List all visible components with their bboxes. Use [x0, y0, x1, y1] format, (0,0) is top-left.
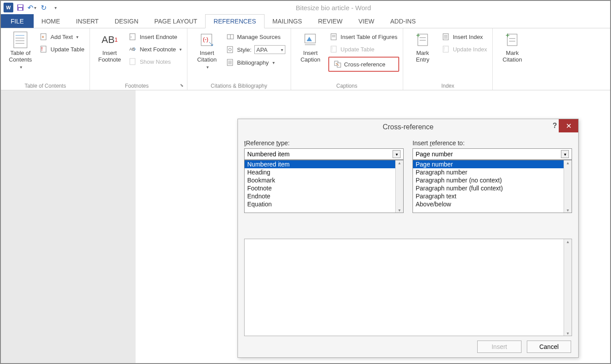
dialog-close-button[interactable]: ✕	[559, 119, 578, 132]
list-item[interactable]: Equation	[245, 200, 395, 208]
update-table-button[interactable]: ! Update Table	[38, 44, 86, 54]
insert-citation-button[interactable]: (-) Insert Citation▾	[191, 30, 223, 82]
group-label-toa	[496, 88, 528, 89]
dialog-title-text: Cross-reference	[383, 123, 434, 131]
tab-references[interactable]: REFERENCES	[205, 14, 265, 28]
group-label-citations: Citations & Bibliography	[191, 82, 287, 89]
insert-caption-label: Insert Caption	[300, 50, 320, 63]
insert-caption-button[interactable]: Insert Caption	[295, 30, 327, 82]
document-area: Cross-reference ? ✕ tReference type: Num…	[1, 90, 610, 364]
insert-footnote-icon: AB1	[101, 32, 117, 48]
list-item[interactable]: Paragraph number	[413, 168, 564, 176]
insert-index-icon	[442, 33, 450, 41]
mark-citation-icon: +	[504, 32, 520, 48]
word-app-icon[interactable]: W	[4, 3, 13, 12]
mark-citation-label: Mark Citation	[502, 50, 522, 63]
tab-addins[interactable]: ADD-INS	[382, 14, 424, 28]
chevron-down-icon: ▾	[561, 150, 569, 158]
insert-caption-icon	[303, 32, 319, 48]
chevron-down-icon: ▾	[393, 150, 401, 158]
insert-table-of-figures-button[interactable]: Insert Table of Figures	[328, 32, 399, 42]
tab-view[interactable]: VIEW	[350, 14, 382, 28]
insert-index-button[interactable]: Insert Index	[440, 32, 489, 42]
mark-entry-label: Mark Entry	[416, 50, 429, 63]
mark-entry-button[interactable]: + Mark Entry	[407, 30, 439, 82]
list-item[interactable]: Numbered item	[245, 160, 395, 168]
reference-type-combo[interactable]: Numbered item ▾	[244, 148, 404, 160]
insert-reference-to-list[interactable]: Page number Paragraph number Paragraph n…	[413, 160, 572, 213]
tab-design[interactable]: DESIGN	[107, 14, 147, 28]
tab-page-layout[interactable]: PAGE LAYOUT	[146, 14, 205, 28]
scrollbar[interactable]: ▴▾	[564, 160, 572, 213]
group-citations: (-) Insert Citation▾ Manage Sources Styl…	[187, 28, 291, 90]
citation-style-control[interactable]: Style: APA▾	[225, 44, 287, 55]
qat-customize-button[interactable]: ▾	[51, 3, 59, 12]
citation-style-select[interactable]: APA▾	[254, 45, 285, 54]
list-item[interactable]: Paragraph number (full context)	[413, 184, 564, 192]
table-of-contents-button[interactable]: Table of Contents▾	[4, 30, 36, 82]
ribbon: Table of Contents▾ + Add Text▾ ! Update …	[1, 28, 610, 90]
group-label-index: Index	[407, 82, 489, 89]
manage-sources-button[interactable]: Manage Sources	[225, 32, 287, 42]
list-item[interactable]: Paragraph number (no context)	[413, 176, 564, 184]
list-item[interactable]: Above/below	[413, 200, 564, 208]
scrollbar[interactable]: ▴▾	[564, 239, 572, 336]
svg-text:!: !	[41, 46, 43, 52]
insert-citation-icon: (-)	[199, 32, 215, 48]
group-captions: Insert Caption Insert Table of Figures !…	[291, 28, 403, 90]
tab-insert[interactable]: INSERT	[68, 14, 107, 28]
next-footnote-button[interactable]: AB Next Footnote▾	[127, 44, 183, 54]
group-label-footnotes: Footnotes ⬊	[93, 82, 183, 89]
save-button[interactable]	[16, 3, 25, 12]
navigation-pane-area	[1, 90, 136, 364]
reference-type-list[interactable]: Numbered item Heading Bookmark Footnote …	[244, 160, 404, 213]
insert-reference-to-combo[interactable]: Page number ▾	[413, 148, 572, 160]
insert-citation-label: Insert Citation	[197, 50, 217, 63]
group-footnotes: AB1 Insert Footnote i Insert Endnote AB …	[90, 28, 187, 90]
insert-endnote-button[interactable]: i Insert Endnote	[127, 32, 183, 42]
svg-text:+: +	[416, 32, 420, 39]
tab-home[interactable]: HOME	[34, 14, 68, 28]
tab-review[interactable]: REVIEW	[310, 14, 350, 28]
update-index-button[interactable]: ! Update Index	[440, 44, 489, 54]
reference-type-label: tReference type:	[244, 139, 404, 147]
scrollbar[interactable]: ▴▾	[395, 160, 403, 213]
svg-rect-15	[130, 58, 135, 65]
redo-button[interactable]: ↻	[39, 3, 48, 12]
add-text-button[interactable]: + Add Text▾	[38, 32, 86, 42]
cancel-button[interactable]: Cancel	[527, 341, 571, 353]
insert-footnote-button[interactable]: AB1 Insert Footnote	[93, 30, 125, 82]
update-tof-icon: !	[330, 45, 338, 53]
undo-button[interactable]: ↶▾	[27, 3, 36, 12]
list-item[interactable]: Bookmark	[245, 176, 395, 184]
list-item[interactable]: Page number	[413, 160, 564, 168]
list-item[interactable]: Endnote	[245, 192, 395, 200]
group-label-toc: Table of Contents	[4, 82, 86, 89]
tab-mailings[interactable]: MAILINGS	[265, 14, 310, 28]
svg-rect-2	[19, 8, 22, 10]
ribbon-tabs: FILE HOME INSERT DESIGN PAGE LAYOUT REFE…	[1, 14, 610, 28]
tab-file[interactable]: FILE	[1, 14, 34, 28]
table-of-contents-label: Table of Contents	[9, 50, 32, 63]
mark-citation-button[interactable]: + Mark Citation	[496, 30, 528, 88]
svg-text:!: !	[331, 46, 333, 52]
cross-reference-button[interactable]: Cross-reference	[328, 57, 399, 72]
dialog-help-button[interactable]: ?	[553, 122, 557, 130]
list-item[interactable]: Paragraph text	[413, 192, 564, 200]
insert-reference-to-label: Insert reference to:	[413, 139, 572, 147]
title-bar: W ↶▾ ↻ ▾ Bitesize bio article - Word	[1, 1, 610, 14]
reference-type-column: tReference type: Numbered item ▾ Numbere…	[244, 139, 404, 234]
insert-button[interactable]: Insert	[477, 341, 521, 353]
svg-text:!: !	[444, 46, 445, 52]
update-table-figures-button[interactable]: ! Update Table	[328, 44, 399, 54]
update-index-icon: !	[442, 45, 450, 53]
show-notes-button[interactable]: Show Notes	[127, 57, 183, 66]
bibliography-button[interactable]: Bibliography▾	[225, 58, 287, 67]
list-item[interactable]: Footnote	[245, 184, 395, 192]
svg-rect-20	[227, 46, 233, 53]
update-table-icon: !	[40, 45, 48, 53]
quick-access-toolbar: W ↶▾ ↻ ▾	[4, 3, 59, 12]
insert-tof-icon	[330, 33, 338, 41]
for-which-list[interactable]: ▴▾	[244, 239, 572, 336]
list-item[interactable]: Heading	[245, 168, 395, 176]
